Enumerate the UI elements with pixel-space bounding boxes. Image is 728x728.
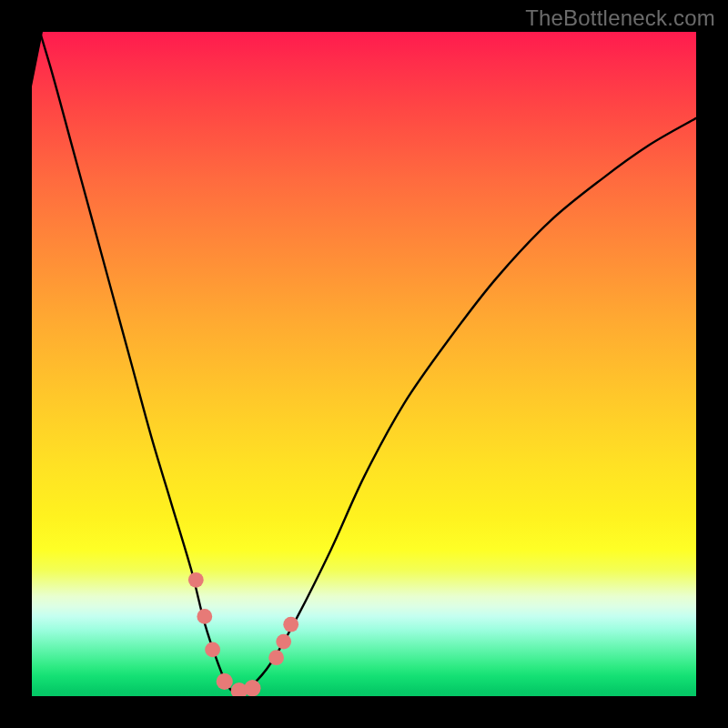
marker-dot — [197, 609, 212, 624]
marker-dot — [283, 617, 298, 632]
plot-area — [32, 32, 696, 696]
chart-frame: TheBottleneck.com — [0, 0, 728, 728]
marker-dot — [244, 680, 260, 696]
watermark-text: TheBottleneck.com — [525, 5, 715, 31]
curve-layer — [32, 32, 696, 696]
marker-dot — [217, 673, 233, 690]
bottleneck-curve — [32, 32, 696, 693]
marker-dot — [205, 642, 220, 658]
marker-dot — [188, 572, 204, 588]
marker-dot — [268, 650, 284, 665]
marker-dot — [276, 634, 291, 650]
curve-markers — [188, 572, 298, 696]
